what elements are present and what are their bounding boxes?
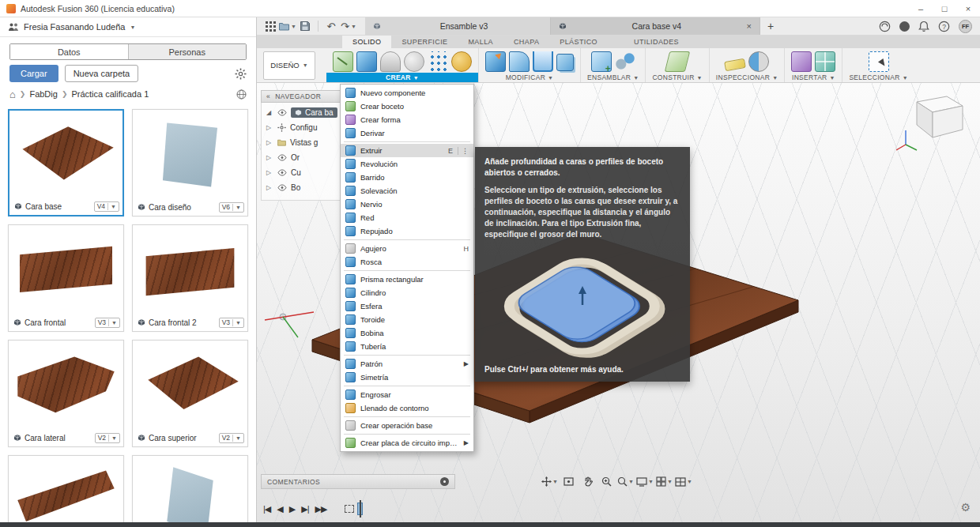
ensamblar-group-dropdown[interactable]: ENSAMBLAR▼ xyxy=(587,73,639,82)
caret-right-icon[interactable]: ▷ xyxy=(266,169,273,176)
options-icon[interactable]: ⋮ xyxy=(458,147,469,155)
menu-item-repujado[interactable]: Repujado xyxy=(341,224,473,238)
document-tab-ensamble[interactable]: Ensamble v3 xyxy=(365,17,551,35)
visibility-eye-icon[interactable] xyxy=(277,184,287,191)
menu-item-esfera[interactable]: Esfera xyxy=(341,299,473,313)
caret-right-icon[interactable]: ▷ xyxy=(266,184,273,191)
version-badge[interactable]: V3▼ xyxy=(95,318,120,328)
new-folder-button[interactable]: Nueva carpeta xyxy=(65,65,139,82)
version-badge[interactable]: V3▼ xyxy=(219,318,244,328)
grid-snaps-button[interactable]: ▼ xyxy=(656,474,673,490)
skip-to-start-button[interactable]: |◀ xyxy=(263,504,270,514)
seleccionar-icon[interactable] xyxy=(869,51,889,72)
breadcrumb-folder[interactable]: FabDig xyxy=(29,89,57,99)
visibility-eye-icon[interactable] xyxy=(277,109,287,116)
plano-construccion-icon[interactable] xyxy=(665,51,690,72)
menu-item-crear-boceto[interactable]: Crear boceto xyxy=(341,100,473,113)
document-tab-cara-base[interactable]: Cara base v4 × xyxy=(551,17,760,35)
thumbnail-cara-frontal-2[interactable]: Cara frontal 2 V3▼ xyxy=(132,224,248,332)
menu-item-tuberia[interactable]: Tubería xyxy=(341,340,473,353)
menu-item-crear-operacion-base[interactable]: Crear operación base xyxy=(341,419,473,432)
job-status-icon[interactable] xyxy=(899,21,910,32)
account-menu[interactable]: Fresia Fasanando Ludeña ▼ xyxy=(0,17,256,37)
prisma-icon[interactable] xyxy=(356,51,377,72)
menu-item-crear-forma[interactable]: Crear forma xyxy=(341,113,473,126)
list-item[interactable] xyxy=(8,455,124,522)
data-panel-toggle-button[interactable] xyxy=(262,18,279,34)
zoom-button[interactable]: ▼ xyxy=(617,474,634,490)
menu-item-revolucion[interactable]: Revolución xyxy=(341,157,473,171)
version-badge[interactable]: V2▼ xyxy=(219,433,244,443)
nuevo-componente-toolbar-icon[interactable] xyxy=(591,51,612,72)
add-comment-icon[interactable] xyxy=(440,477,449,486)
lienzo-icon[interactable] xyxy=(791,51,812,72)
tab-superficie[interactable]: SUPERFICIE xyxy=(391,36,458,48)
workspace-selector[interactable]: DISEÑO▼ xyxy=(263,51,315,80)
step-back-button[interactable]: ◀ xyxy=(277,504,282,514)
menu-item-engrosar[interactable]: Engrosar xyxy=(341,388,473,401)
help-icon[interactable]: ? xyxy=(938,21,950,32)
tab-datos[interactable]: Datos xyxy=(10,44,128,59)
menu-item-barrido[interactable]: Barrido xyxy=(341,171,473,184)
tab-utilidades[interactable]: UTILIDADES xyxy=(624,36,689,48)
home-icon[interactable]: ⌂ xyxy=(9,89,16,100)
collapse-panel-icon[interactable]: « xyxy=(266,92,270,100)
caret-right-icon[interactable]: ▷ xyxy=(266,124,273,131)
caret-right-icon[interactable]: ▷ xyxy=(266,139,273,146)
step-forward-button[interactable]: ▶| xyxy=(301,504,308,514)
patron-icon[interactable] xyxy=(428,51,448,72)
menu-item-patron[interactable]: Patrón▶ xyxy=(341,357,473,371)
thumbnail-cara-base[interactable]: Cara base V4▼ xyxy=(8,109,124,216)
visibility-eye-icon[interactable] xyxy=(277,169,287,176)
menu-item-toroide[interactable]: Toroide xyxy=(341,313,473,326)
comments-bar[interactable]: COMENTARIOS xyxy=(261,474,455,489)
play-button[interactable]: ▶ xyxy=(289,504,295,514)
medir-icon[interactable] xyxy=(724,58,746,70)
tab-plastico[interactable]: PLÁSTICO xyxy=(549,36,608,48)
list-item[interactable] xyxy=(132,455,248,522)
menu-item-simetria[interactable]: Simetría xyxy=(341,371,473,384)
expand-caret-icon[interactable]: ◢ xyxy=(266,109,273,116)
menu-item-nervio[interactable]: Nervio xyxy=(341,198,473,211)
zoom-window-button[interactable] xyxy=(598,474,615,490)
combinar-icon[interactable] xyxy=(556,54,574,71)
menu-item-derivar[interactable]: Derivar xyxy=(341,126,473,140)
tab-chapa[interactable]: CHAPA xyxy=(503,36,549,48)
menu-item-extruir[interactable]: ExtruirE⋮ xyxy=(341,144,473,157)
menu-item-agujero[interactable]: AgujeroH xyxy=(341,242,473,255)
file-menu-button[interactable]: ▼ xyxy=(279,18,296,34)
engranaje-icon[interactable] xyxy=(451,51,472,72)
insertar-group-dropdown[interactable]: INSERTAR▼ xyxy=(791,73,835,82)
timeline-marquee-icon[interactable] xyxy=(345,505,354,513)
tab-solido[interactable]: SOLIDO xyxy=(342,36,391,48)
active-document-badge[interactable]: Cara ba xyxy=(291,107,337,118)
construir-group-dropdown[interactable]: CONSTRUIR▼ xyxy=(652,73,702,82)
empalme-icon[interactable] xyxy=(509,51,530,72)
globe-icon[interactable] xyxy=(236,89,247,100)
version-badge[interactable]: V2▼ xyxy=(95,433,120,443)
version-badge[interactable]: V4▼ xyxy=(94,201,119,212)
crear-group-dropdown[interactable]: CREAR▼ xyxy=(326,73,478,82)
menu-item-rosca[interactable]: Rosca xyxy=(341,255,473,269)
display-settings-button[interactable]: ▼ xyxy=(636,474,654,490)
minimize-button[interactable]: – xyxy=(909,0,933,17)
redo-button[interactable]: ↷▼ xyxy=(340,18,357,34)
view-cube[interactable] xyxy=(896,92,969,156)
new-tab-button[interactable]: + xyxy=(760,17,781,35)
modificar-group-dropdown[interactable]: MODIFICAR▼ xyxy=(485,73,574,82)
pan-button[interactable] xyxy=(579,474,596,490)
viewports-button[interactable]: ▼ xyxy=(675,474,692,490)
junta-icon[interactable] xyxy=(615,51,635,72)
visibility-eye-icon[interactable] xyxy=(277,154,287,161)
extensions-icon[interactable] xyxy=(879,21,891,32)
timeline-position-marker[interactable] xyxy=(357,503,363,515)
menu-item-nuevo-componente[interactable]: Nuevo componente xyxy=(341,86,473,100)
orbit-button[interactable]: ▼ xyxy=(541,474,558,490)
save-button[interactable] xyxy=(296,18,314,34)
menu-item-solevacion[interactable]: Solevación xyxy=(341,184,473,198)
timeline-settings-gear-icon[interactable]: ⚙ xyxy=(960,501,971,514)
upload-button[interactable]: Cargar xyxy=(9,65,58,82)
thumbnail-cara-lateral[interactable]: Cara lateral V2▼ xyxy=(8,340,124,447)
inspeccionar-group-dropdown[interactable]: INSPECCIONAR▼ xyxy=(716,73,778,82)
menu-item-prisma-rectangular[interactable]: Prisma rectangular xyxy=(341,273,473,286)
